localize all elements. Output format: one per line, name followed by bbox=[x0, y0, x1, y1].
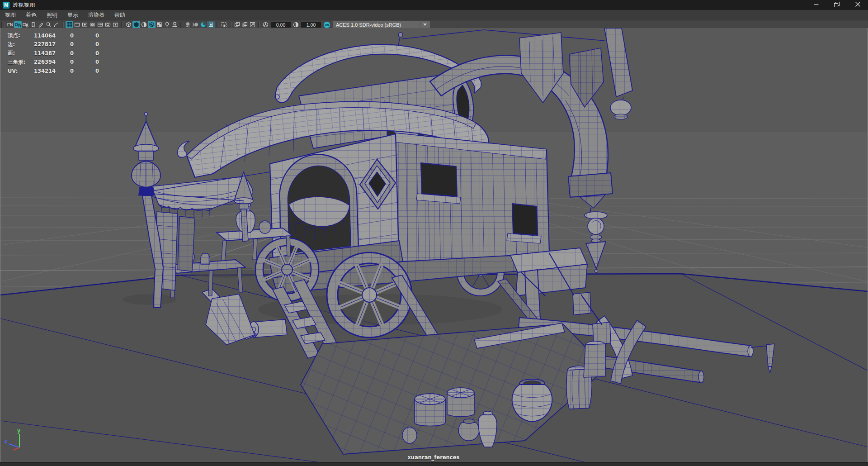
perspective-viewport[interactable]: 顶点: 114064 0 0 边: 227817 0 0 面: 114387 0… bbox=[0, 28, 868, 462]
axis-z-label: z bbox=[4, 438, 7, 444]
hud-row-vertices: 顶点: 114064 0 0 bbox=[8, 31, 113, 40]
hud-other: 0 bbox=[95, 33, 113, 39]
hud-value: 227817 bbox=[34, 41, 70, 48]
hud-selected: 0 bbox=[70, 33, 95, 39]
viewport-toolbar: 0.00 1.00 ON ACES 1.0 SDR-video (sRGB) bbox=[0, 20, 868, 29]
hud-selected: 0 bbox=[70, 68, 95, 74]
hud-value: 134214 bbox=[34, 68, 70, 74]
toolbar-separator bbox=[180, 22, 182, 28]
safe-title-icon[interactable] bbox=[112, 21, 119, 28]
smooth-shade-icon[interactable] bbox=[132, 21, 140, 28]
wireframe-icon[interactable] bbox=[125, 21, 132, 28]
hud-label: 边: bbox=[8, 41, 34, 48]
window-title: 透视视图 bbox=[13, 1, 35, 9]
toolbar-separator bbox=[258, 22, 260, 28]
menu-help[interactable]: 帮助 bbox=[109, 10, 130, 20]
field-chart-icon[interactable] bbox=[96, 21, 104, 28]
colorspace-dropdown[interactable]: ACES 1.0 SDR-video (sRGB) bbox=[333, 21, 430, 28]
view-axis-gizmo: y z bbox=[4, 428, 37, 456]
hud-poly-count: 顶点: 114064 0 0 边: 227817 0 0 面: 114387 0… bbox=[8, 31, 113, 76]
use-default-material-icon[interactable] bbox=[156, 21, 163, 28]
close-button[interactable] bbox=[847, 0, 868, 10]
grid-icon[interactable] bbox=[66, 21, 73, 28]
camera-name-label: xuanran_ferences bbox=[407, 454, 459, 461]
hud-row-triangles: 三角形: 226394 0 0 bbox=[8, 58, 113, 67]
toolbar-separator bbox=[230, 22, 231, 28]
contrast-icon[interactable] bbox=[292, 21, 300, 28]
occlusion-icon[interactable] bbox=[184, 21, 192, 28]
menu-show[interactable]: 显示 bbox=[62, 10, 83, 20]
toolbar-separator bbox=[217, 22, 218, 28]
hud-row-edges: 边: 227817 0 0 bbox=[8, 40, 113, 49]
camera-attributes-icon[interactable] bbox=[22, 21, 29, 28]
lighting-icon[interactable] bbox=[163, 21, 171, 28]
hud-row-faces: 面: 114387 0 0 bbox=[8, 49, 113, 58]
hud-label: 顶点: bbox=[8, 32, 34, 39]
hud-value: 226394 bbox=[34, 59, 70, 65]
hud-value: 114387 bbox=[34, 50, 70, 57]
menu-view[interactable]: 视图 bbox=[0, 10, 21, 20]
restore-button[interactable] bbox=[826, 0, 847, 10]
motion-blur-icon[interactable] bbox=[192, 21, 199, 28]
minimize-icon bbox=[814, 2, 819, 8]
exposure-field[interactable]: 0.00 bbox=[271, 22, 291, 28]
maya-app-icon: M bbox=[3, 2, 9, 9]
toolbar-grip[interactable] bbox=[1, 22, 5, 28]
gamma-field[interactable]: 1.00 bbox=[301, 22, 321, 28]
colorspace-value: ACES 1.0 SDR-video (sRGB) bbox=[336, 22, 420, 28]
hud-other: 0 bbox=[95, 68, 113, 74]
hud-other: 0 bbox=[95, 59, 113, 65]
title-bar: M 透视视图 bbox=[0, 0, 868, 10]
menu-shading[interactable]: 着色 bbox=[21, 10, 42, 20]
safe-action-icon[interactable] bbox=[104, 21, 112, 28]
toolbar-separator bbox=[121, 22, 123, 28]
hud-value: 114064 bbox=[34, 33, 70, 39]
anti-aliasing-icon[interactable] bbox=[199, 21, 207, 28]
toolbar-separator bbox=[62, 22, 64, 28]
hud-selected: 0 bbox=[70, 50, 95, 57]
hud-selected: 0 bbox=[70, 41, 95, 48]
xray-joints-icon[interactable] bbox=[241, 21, 249, 28]
render-overrides-icon[interactable] bbox=[207, 21, 215, 28]
hud-other: 0 bbox=[95, 50, 113, 57]
isolate-select-icon[interactable] bbox=[220, 21, 228, 28]
window-bottom-edge bbox=[0, 463, 868, 466]
color-management-toggle[interactable]: ON bbox=[324, 22, 330, 28]
image-plane-icon[interactable] bbox=[37, 21, 45, 28]
hud-label: UV: bbox=[8, 68, 34, 74]
exposure-icon[interactable] bbox=[262, 21, 269, 28]
chevron-down-icon bbox=[423, 24, 427, 26]
xray-icon[interactable] bbox=[233, 21, 241, 28]
camera-lock-icon[interactable] bbox=[14, 21, 22, 28]
menu-renderer[interactable]: 渲染器 bbox=[83, 10, 109, 20]
wireframe-on-shaded-icon[interactable] bbox=[140, 21, 148, 28]
pan-zoom-icon[interactable] bbox=[45, 21, 52, 28]
panel-menu-bar: 视图 着色 照明 显示 渲染器 帮助 bbox=[0, 10, 868, 20]
grease-pencil-icon[interactable] bbox=[52, 21, 60, 28]
close-icon bbox=[855, 2, 860, 8]
film-gate-icon[interactable] bbox=[73, 21, 81, 28]
minimize-button[interactable] bbox=[806, 0, 826, 10]
hud-selected: 0 bbox=[70, 59, 95, 65]
hud-row-uvs: UV: 134214 0 0 bbox=[8, 67, 113, 76]
resolution-gate-icon[interactable] bbox=[81, 21, 89, 28]
dropdown-arrow-box bbox=[420, 21, 430, 28]
textured-icon[interactable] bbox=[148, 21, 156, 28]
shadows-icon[interactable] bbox=[171, 21, 179, 28]
restore-icon bbox=[834, 2, 840, 9]
gate-mask-icon[interactable] bbox=[89, 21, 96, 28]
viewport-canvas[interactable] bbox=[0, 28, 868, 462]
menu-lighting[interactable]: 照明 bbox=[42, 10, 62, 20]
hud-label: 三角形: bbox=[8, 59, 34, 66]
bookmark-icon[interactable] bbox=[29, 21, 37, 28]
camera-icon[interactable] bbox=[6, 21, 14, 28]
hud-label: 面: bbox=[8, 50, 34, 57]
axis-y-label: y bbox=[17, 428, 20, 434]
plugin-shapes-icon[interactable] bbox=[249, 21, 256, 28]
hud-other: 0 bbox=[95, 41, 113, 48]
